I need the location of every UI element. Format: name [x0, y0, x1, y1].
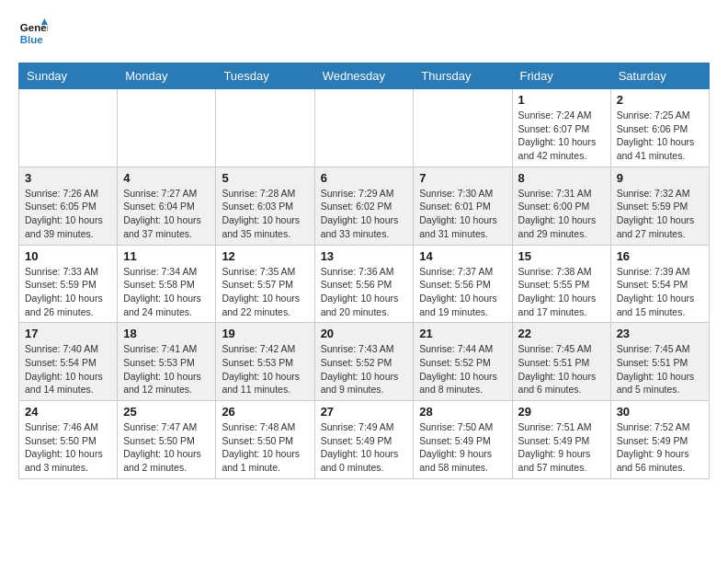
day-cell: 7Sunrise: 7:30 AM Sunset: 6:01 PM Daylig… [414, 167, 512, 245]
day-cell: 26Sunrise: 7:48 AM Sunset: 5:50 PM Dayli… [216, 401, 314, 479]
day-cell: 17Sunrise: 7:40 AM Sunset: 5:54 PM Dayli… [19, 323, 118, 401]
weekday-thursday: Thursday [414, 63, 512, 89]
day-cell: 13Sunrise: 7:36 AM Sunset: 5:56 PM Dayli… [314, 245, 414, 323]
weekday-wednesday: Wednesday [314, 63, 414, 89]
day-number: 19 [222, 327, 308, 340]
day-info: Sunrise: 7:42 AM Sunset: 5:53 PM Dayligh… [222, 342, 308, 396]
day-number: 10 [25, 249, 111, 263]
day-cell: 28Sunrise: 7:50 AM Sunset: 5:49 PM Dayli… [414, 401, 512, 479]
day-number: 24 [25, 405, 111, 419]
day-cell: 15Sunrise: 7:38 AM Sunset: 5:55 PM Dayli… [512, 245, 610, 323]
calendar-table: SundayMondayTuesdayWednesdayThursdayFrid… [18, 63, 710, 479]
day-number: 22 [518, 327, 605, 340]
day-cell: 4Sunrise: 7:27 AM Sunset: 6:04 PM Daylig… [118, 167, 216, 245]
day-number: 2 [617, 93, 703, 107]
day-info: Sunrise: 7:30 AM Sunset: 6:01 PM Dayligh… [419, 187, 506, 241]
day-cell: 8Sunrise: 7:31 AM Sunset: 6:00 PM Daylig… [512, 167, 610, 245]
day-number: 25 [123, 405, 210, 419]
day-number: 21 [419, 327, 506, 340]
day-cell: 6Sunrise: 7:29 AM Sunset: 6:02 PM Daylig… [314, 167, 414, 245]
day-info: Sunrise: 7:45 AM Sunset: 5:51 PM Dayligh… [617, 342, 703, 396]
day-info: Sunrise: 7:44 AM Sunset: 5:52 PM Dayligh… [419, 342, 506, 396]
day-cell: 3Sunrise: 7:26 AM Sunset: 6:05 PM Daylig… [19, 167, 118, 245]
day-number: 15 [518, 249, 605, 263]
day-number: 3 [25, 171, 111, 185]
day-info: Sunrise: 7:28 AM Sunset: 6:03 PM Dayligh… [222, 187, 308, 241]
week-row-2: 3Sunrise: 7:26 AM Sunset: 6:05 PM Daylig… [19, 167, 710, 245]
weekday-header-row: SundayMondayTuesdayWednesdayThursdayFrid… [19, 63, 710, 89]
day-info: Sunrise: 7:46 AM Sunset: 5:50 PM Dayligh… [25, 420, 111, 475]
day-number: 29 [518, 405, 605, 419]
day-info: Sunrise: 7:40 AM Sunset: 5:54 PM Dayligh… [25, 342, 111, 396]
day-cell [118, 89, 216, 167]
day-cell: 18Sunrise: 7:41 AM Sunset: 5:53 PM Dayli… [118, 323, 216, 401]
day-cell: 19Sunrise: 7:42 AM Sunset: 5:53 PM Dayli… [216, 323, 314, 401]
day-number: 4 [123, 171, 210, 185]
day-number: 7 [419, 171, 506, 185]
day-number: 8 [518, 171, 605, 185]
day-info: Sunrise: 7:37 AM Sunset: 5:56 PM Dayligh… [419, 265, 506, 319]
day-number: 20 [321, 327, 408, 340]
day-number: 1 [518, 93, 605, 107]
day-cell: 16Sunrise: 7:39 AM Sunset: 5:54 PM Dayli… [610, 245, 709, 323]
day-number: 5 [222, 171, 308, 185]
day-info: Sunrise: 7:26 AM Sunset: 6:05 PM Dayligh… [25, 187, 111, 241]
day-number: 16 [617, 249, 703, 263]
day-cell: 20Sunrise: 7:43 AM Sunset: 5:52 PM Dayli… [314, 323, 414, 401]
week-row-3: 10Sunrise: 7:33 AM Sunset: 5:59 PM Dayli… [19, 245, 710, 323]
day-cell [216, 89, 314, 167]
day-cell: 10Sunrise: 7:33 AM Sunset: 5:59 PM Dayli… [19, 245, 118, 323]
day-number: 26 [222, 405, 308, 419]
day-info: Sunrise: 7:27 AM Sunset: 6:04 PM Dayligh… [123, 187, 210, 241]
day-info: Sunrise: 7:47 AM Sunset: 5:50 PM Dayligh… [123, 420, 210, 475]
day-cell: 21Sunrise: 7:44 AM Sunset: 5:52 PM Dayli… [414, 323, 512, 401]
day-info: Sunrise: 7:51 AM Sunset: 5:49 PM Dayligh… [518, 420, 605, 475]
day-number: 11 [123, 249, 210, 263]
weekday-friday: Friday [512, 63, 610, 89]
logo-icon: General Blue [18, 18, 48, 48]
day-info: Sunrise: 7:38 AM Sunset: 5:55 PM Dayligh… [518, 265, 605, 319]
day-cell [414, 89, 512, 167]
day-cell: 30Sunrise: 7:52 AM Sunset: 5:49 PM Dayli… [610, 401, 709, 479]
day-cell: 5Sunrise: 7:28 AM Sunset: 6:03 PM Daylig… [216, 167, 314, 245]
day-number: 30 [617, 405, 703, 419]
day-number: 23 [617, 327, 703, 340]
day-info: Sunrise: 7:31 AM Sunset: 6:00 PM Dayligh… [518, 187, 605, 241]
weekday-saturday: Saturday [610, 63, 709, 89]
day-cell: 11Sunrise: 7:34 AM Sunset: 5:58 PM Dayli… [118, 245, 216, 323]
day-info: Sunrise: 7:45 AM Sunset: 5:51 PM Dayligh… [518, 342, 605, 396]
weekday-monday: Monday [118, 63, 216, 89]
day-number: 6 [321, 171, 408, 185]
day-info: Sunrise: 7:29 AM Sunset: 6:02 PM Dayligh… [321, 187, 408, 241]
day-info: Sunrise: 7:49 AM Sunset: 5:49 PM Dayligh… [321, 420, 408, 475]
calendar-body: 1Sunrise: 7:24 AM Sunset: 6:07 PM Daylig… [19, 89, 710, 479]
page-header: General Blue [18, 18, 710, 48]
day-cell: 23Sunrise: 7:45 AM Sunset: 5:51 PM Dayli… [610, 323, 709, 401]
svg-text:Blue: Blue [20, 34, 44, 45]
day-info: Sunrise: 7:50 AM Sunset: 5:49 PM Dayligh… [419, 420, 506, 475]
day-number: 14 [419, 249, 506, 263]
day-number: 18 [123, 327, 210, 340]
logo: General Blue [18, 18, 48, 48]
day-cell [19, 89, 118, 167]
day-number: 28 [419, 405, 506, 419]
day-cell: 14Sunrise: 7:37 AM Sunset: 5:56 PM Dayli… [414, 245, 512, 323]
day-number: 17 [25, 327, 111, 340]
day-info: Sunrise: 7:41 AM Sunset: 5:53 PM Dayligh… [123, 342, 210, 396]
day-cell: 12Sunrise: 7:35 AM Sunset: 5:57 PM Dayli… [216, 245, 314, 323]
day-cell: 24Sunrise: 7:46 AM Sunset: 5:50 PM Dayli… [19, 401, 118, 479]
day-info: Sunrise: 7:52 AM Sunset: 5:49 PM Dayligh… [617, 420, 703, 475]
day-info: Sunrise: 7:34 AM Sunset: 5:58 PM Dayligh… [123, 265, 210, 319]
day-cell: 25Sunrise: 7:47 AM Sunset: 5:50 PM Dayli… [118, 401, 216, 479]
weekday-sunday: Sunday [19, 63, 118, 89]
week-row-4: 17Sunrise: 7:40 AM Sunset: 5:54 PM Dayli… [19, 323, 710, 401]
day-info: Sunrise: 7:36 AM Sunset: 5:56 PM Dayligh… [321, 265, 408, 319]
day-info: Sunrise: 7:35 AM Sunset: 5:57 PM Dayligh… [222, 265, 308, 319]
day-info: Sunrise: 7:48 AM Sunset: 5:50 PM Dayligh… [222, 420, 308, 475]
day-number: 12 [222, 249, 308, 263]
day-info: Sunrise: 7:43 AM Sunset: 5:52 PM Dayligh… [321, 342, 408, 396]
day-number: 27 [321, 405, 408, 419]
day-number: 13 [321, 249, 408, 263]
day-info: Sunrise: 7:25 AM Sunset: 6:06 PM Dayligh… [617, 109, 703, 163]
day-info: Sunrise: 7:24 AM Sunset: 6:07 PM Dayligh… [518, 109, 605, 163]
